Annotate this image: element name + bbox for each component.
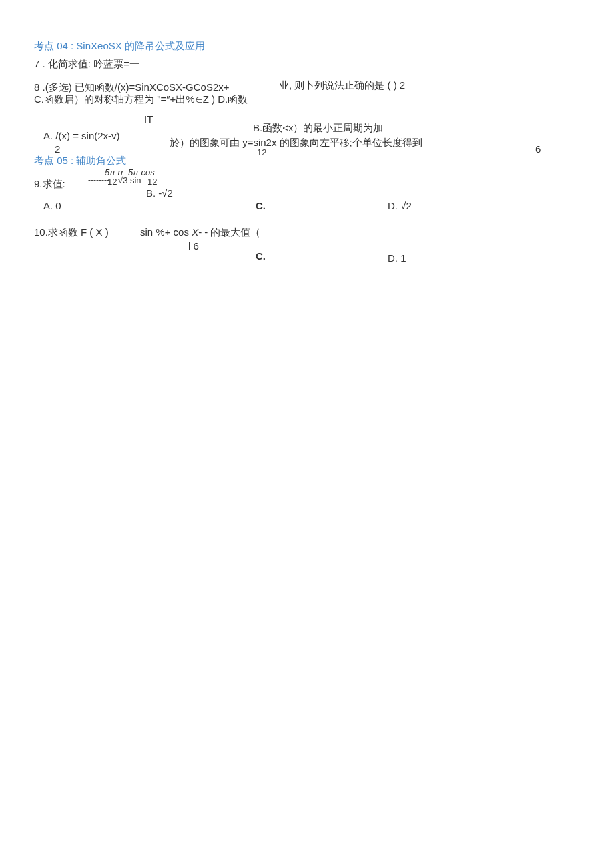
q8-two: 2 [55, 143, 60, 155]
q9-prefix: 9.求值: [34, 178, 65, 191]
q10-X: X [192, 226, 198, 238]
q7-text: 7 . 化简求值: 吟蓝票=一 [34, 58, 139, 71]
q9-frac1-bot: 12 [107, 177, 117, 187]
q8-twelve: 12 [257, 147, 266, 157]
section-04-heading: 考点 04 : SinXeoSX 的降吊公式及应用 [34, 40, 205, 53]
q9-frac2-top: 5π cos [128, 167, 155, 177]
section-05-heading: 考点 05 : 辅助角公式 [34, 155, 126, 167]
q8-IT: IT [144, 113, 153, 125]
q10-expression: sin %+ cos X- - 的最大值（ [140, 226, 260, 239]
q10-prefix: 10.求函数 F ( X ) [34, 226, 109, 239]
q9-optD: D. √2 [388, 200, 412, 211]
q10-optD: D. 1 [388, 252, 406, 264]
q9-optC: C. [256, 200, 266, 211]
q8-line2: C.函数启）的对称轴方程为 "=″+出%∈Z ) D.函数 [34, 93, 248, 106]
q10-l6: l 6 [188, 240, 199, 252]
q9-frac2-bot: 12 [147, 177, 157, 187]
q8-line1-left: 8 .(多选) 已知函数/(x)=SinXCoSX-GCoS2x+ [34, 81, 230, 94]
q8-six: 6 [535, 143, 541, 155]
q9-optB: B. -√2 [146, 187, 173, 199]
q9-optA: A. 0 [43, 200, 61, 211]
q8-optA: A. /(x) = sin(2x-v) [43, 130, 120, 141]
q10-optC: C. [256, 250, 266, 262]
q8-optB: B.函数<x）的最小正周期为加 [253, 122, 383, 135]
q8-line1-right: 业, 则卜列说法止确的是 ( ) 2 [279, 79, 405, 92]
q10-rest: - - 的最大值（ [198, 226, 260, 238]
q10-sin: sin %+ cos [140, 226, 192, 238]
q8-optD-text: 於）的图象可由 y=sin2x 的图象向左平移;个单位长度得到 [170, 137, 422, 149]
